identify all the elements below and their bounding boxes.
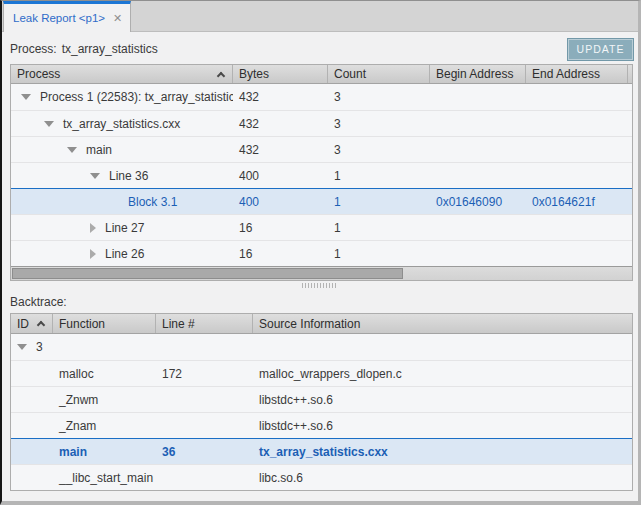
bytes-cell: 16	[233, 221, 328, 235]
btid-cell: 3	[628, 195, 633, 209]
fn-cell: main	[53, 445, 156, 459]
collapse-triangle-icon[interactable]	[44, 121, 54, 127]
process-tree-cell: Line 27	[11, 215, 233, 240]
column-header-label: End Address	[532, 67, 600, 81]
leak-table-body: Process 1 (22583): tx_array_statistics43…	[11, 84, 632, 266]
column-header-id[interactable]: ID	[11, 314, 53, 333]
column-header-label: Begin Address	[436, 67, 513, 81]
tree-node-label: Line 26	[105, 247, 144, 261]
fn-cell: _Znam	[53, 419, 156, 433]
leak-table-row[interactable]: tx_array_statistics.cxx4323	[11, 110, 632, 136]
sort-ascending-icon	[37, 321, 45, 329]
src-cell: libc.so.6	[253, 471, 632, 485]
id-cell	[11, 413, 53, 438]
process-tree-cell: tx_array_statistics.cxx	[11, 111, 233, 136]
leak-table-row[interactable]: Block 3.140010x016460900x0164621f3	[11, 188, 632, 214]
column-header-label: Process	[17, 67, 60, 81]
process-tree-cell: Process 1 (22583): tx_array_statistics	[11, 84, 233, 110]
tree-node-label: tx_array_statistics.cxx	[63, 117, 180, 131]
column-header-bytes[interactable]: Bytes	[233, 65, 328, 83]
expand-triangle-icon[interactable]	[90, 249, 96, 259]
id-cell	[11, 465, 53, 490]
count-cell: 3	[328, 143, 430, 157]
backtrace-table-header: IDFunctionLine #Source Information	[11, 314, 632, 334]
leak-table-row[interactable]: Line 27161	[11, 214, 632, 240]
tab-leak-report[interactable]: Leak Report <p1> ✕	[3, 1, 131, 32]
leak-table-row[interactable]: Process 1 (22583): tx_array_statistics43…	[11, 84, 632, 110]
scrollbar-thumb[interactable]	[12, 268, 403, 279]
bytes-cell: 432	[233, 90, 328, 104]
column-header-process[interactable]: Process	[11, 65, 233, 83]
bytes-cell: 400	[233, 169, 328, 183]
src-cell: malloc_wrappers_dlopen.c	[253, 367, 632, 381]
id-cell	[11, 439, 53, 464]
tab-label: Leak Report <p1>	[13, 12, 105, 24]
process-tree-cell: Line 36	[11, 163, 233, 188]
tree-node-label: Line 36	[109, 169, 148, 183]
pane-splitter[interactable]	[2, 281, 638, 290]
column-header-label: Count	[334, 67, 366, 81]
fn-cell: __libc_start_main	[53, 471, 156, 485]
process-tree-cell: Line 26	[11, 241, 233, 266]
tree-node-label: Line 27	[105, 221, 144, 235]
count-cell: 1	[328, 221, 430, 235]
backtrace-table-body: 3malloc172malloc_wrappers_dlopen.c_Znwml…	[11, 334, 632, 490]
leak-table-row[interactable]: Line 364001	[11, 162, 632, 188]
src-cell: libstdc++.so.6	[253, 419, 632, 433]
collapse-triangle-icon[interactable]	[90, 173, 100, 179]
process-tree-cell: Block 3.1	[11, 189, 233, 214]
bytes-cell: 400	[233, 195, 328, 209]
sort-ascending-icon	[217, 71, 225, 79]
process-label: Process:	[10, 42, 57, 56]
id-label: 3	[36, 340, 43, 354]
line-cell: 36	[156, 445, 253, 459]
update-button[interactable]: UPDATE	[567, 38, 634, 61]
column-header-label: Line #	[162, 317, 195, 331]
column-header-label: Source Information	[259, 317, 360, 331]
splitter-grip-icon	[302, 283, 338, 288]
column-header-src[interactable]: Source Information	[253, 314, 632, 333]
backtrace-row[interactable]: main36tx_array_statistics.cxx	[11, 438, 632, 464]
count-cell: 3	[328, 90, 430, 104]
collapse-triangle-icon[interactable]	[21, 94, 31, 100]
src-cell: libstdc++.so.6	[253, 393, 632, 407]
process-line: Process: tx_array_statistics UPDATE	[2, 32, 638, 64]
column-header-btid[interactable]: B	[628, 65, 633, 83]
column-header-begin[interactable]: Begin Address	[430, 65, 526, 83]
close-icon[interactable]: ✕	[113, 13, 122, 24]
backtrace-row[interactable]: _Znwmlibstdc++.so.6	[11, 386, 632, 412]
tab-bar: Leak Report <p1> ✕	[2, 1, 638, 32]
leak-table-header: ProcessBytesCountBegin AddressEnd Addres…	[11, 65, 632, 84]
fn-cell: malloc	[53, 367, 156, 381]
backtrace-label-text: Backtrace:	[10, 295, 67, 309]
line-cell: 172	[156, 367, 253, 381]
leak-table-row[interactable]: Line 26161	[11, 240, 632, 266]
fn-cell: _Znwm	[53, 393, 156, 407]
backtrace-row[interactable]: __libc_start_mainlibc.so.6	[11, 464, 632, 490]
horizontal-scrollbar[interactable]	[10, 266, 633, 281]
backtrace-row[interactable]: _Znamlibstdc++.so.6	[11, 412, 632, 438]
column-header-fn[interactable]: Function	[53, 314, 156, 333]
end-cell: 0x0164621f	[526, 195, 628, 209]
src-cell: tx_array_statistics.cxx	[253, 445, 632, 459]
count-cell: 3	[328, 117, 430, 131]
tree-node-label: Block 3.1	[128, 195, 177, 209]
leak-table-row[interactable]: main4323	[11, 136, 632, 162]
column-header-end[interactable]: End Address	[526, 65, 628, 83]
column-header-label: ID	[17, 317, 29, 331]
id-cell	[11, 361, 53, 386]
collapse-triangle-icon[interactable]	[17, 344, 27, 350]
backtrace-row[interactable]: malloc172malloc_wrappers_dlopen.c	[11, 360, 632, 386]
backtrace-table: IDFunctionLine #Source Information 3mall…	[10, 313, 633, 491]
process-value: tx_array_statistics	[62, 42, 158, 56]
count-cell: 1	[328, 247, 430, 261]
backtrace-label: Backtrace:	[2, 290, 638, 313]
collapse-triangle-icon[interactable]	[67, 147, 77, 153]
begin-cell: 0x01646090	[430, 195, 526, 209]
expand-triangle-icon[interactable]	[90, 223, 96, 233]
process-tree-cell: main	[11, 137, 233, 162]
column-header-line[interactable]: Line #	[156, 314, 253, 333]
backtrace-row[interactable]: 3	[11, 334, 632, 360]
column-header-count[interactable]: Count	[328, 65, 430, 83]
column-header-label: Bytes	[239, 67, 269, 81]
